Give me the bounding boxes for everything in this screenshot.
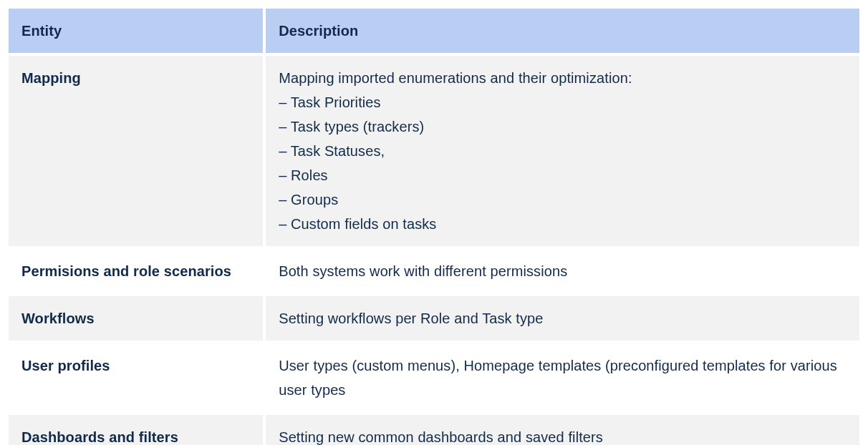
list-item: Task Priorities xyxy=(279,90,847,114)
table-row: Workflows Setting workflows per Role and… xyxy=(9,296,859,341)
desc-intro: Mapping imported enumerations and their … xyxy=(279,70,632,86)
list-item: Task types (trackers) xyxy=(279,114,847,139)
cell-description: Both systems work with different permiss… xyxy=(266,249,859,293)
table-header-row: Entity Description xyxy=(9,9,859,53)
list-item: Groups xyxy=(279,187,847,212)
entity-description-table: Entity Description Mapping Mapping impor… xyxy=(6,6,862,445)
cell-entity: Mapping xyxy=(9,56,263,246)
cell-description: Setting new common dashboards and saved … xyxy=(266,415,859,445)
list-item: Task Statuses, xyxy=(279,139,847,163)
page-container: Entity Description Mapping Mapping impor… xyxy=(0,0,868,445)
cell-entity: User profiles xyxy=(9,343,263,412)
table-row: User profiles User types (custom menus),… xyxy=(9,343,859,412)
table-row: Permisions and role scenarios Both syste… xyxy=(9,249,859,293)
table-row: Dashboards and filters Setting new commo… xyxy=(9,415,859,445)
header-description: Description xyxy=(266,9,859,53)
cell-entity: Permisions and role scenarios xyxy=(9,249,263,293)
table-row: Mapping Mapping imported enumerations an… xyxy=(9,56,859,246)
list-item: Roles xyxy=(279,163,847,187)
cell-description: Mapping imported enumerations and their … xyxy=(266,56,859,246)
cell-entity: Workflows xyxy=(9,296,263,341)
cell-description: Setting workflows per Role and Task type xyxy=(266,296,859,341)
header-entity: Entity xyxy=(9,9,263,53)
list-item: Custom fields on tasks xyxy=(279,212,847,236)
cell-entity: Dashboards and filters xyxy=(9,415,263,445)
desc-bullet-list: Task Priorities Task types (trackers) Ta… xyxy=(279,90,847,236)
cell-description: User types (custom menus), Homepage temp… xyxy=(266,343,859,412)
